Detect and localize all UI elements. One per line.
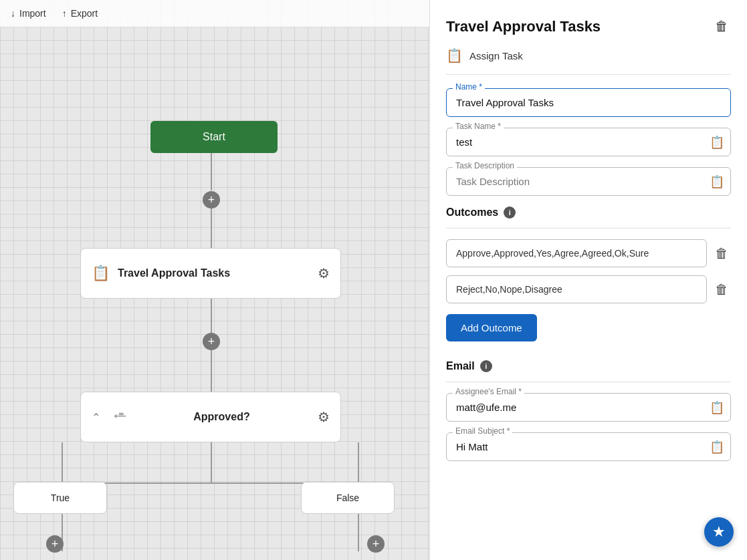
task-description-label: Task Description: [453, 161, 517, 170]
trash-icon-2: 🗑: [715, 282, 728, 297]
trash-icon: 🗑: [715, 19, 728, 33]
assignee-email-copy-icon[interactable]: 📋: [710, 400, 724, 415]
add-connector-1[interactable]: +: [203, 191, 220, 208]
delete-button[interactable]: 🗑: [712, 16, 731, 37]
canvas-panel: ↓ Import ↑ Export Start + 📋 Travel Appr: [0, 0, 429, 560]
outcomes-section-header: Outcomes i: [446, 206, 731, 219]
outcomes-title: Outcomes: [446, 206, 498, 219]
connector-line-3: [211, 299, 212, 333]
start-node-label: Start: [203, 131, 225, 143]
task-description-copy-icon[interactable]: 📋: [710, 174, 724, 189]
branch-false-label: False: [336, 493, 359, 503]
import-label: Import: [19, 8, 46, 19]
task-name-copy-icon[interactable]: 📋: [710, 135, 724, 150]
task-name-label: Task Name *: [453, 122, 504, 131]
task-node[interactable]: 📋 Travel Approval Tasks ⚙: [80, 248, 341, 299]
assignee-email-label: Assignee's Email *: [453, 387, 524, 396]
add-connector-left[interactable]: +: [46, 535, 64, 553]
task-description-input[interactable]: [446, 167, 731, 196]
export-button[interactable]: ↑ Export: [62, 8, 98, 19]
email-info-icon[interactable]: i: [480, 360, 492, 372]
connector-line-5: [211, 442, 212, 482]
trash-icon-1: 🗑: [715, 246, 728, 261]
outcome-input-1[interactable]: [446, 239, 707, 267]
task-name-input[interactable]: [446, 128, 731, 156]
connector-line-2: [211, 208, 212, 249]
outcome-input-2[interactable]: [446, 275, 707, 303]
export-icon: ↑: [62, 8, 67, 19]
outcome-row-1: 🗑: [446, 239, 731, 267]
branch-true-label: True: [51, 493, 70, 503]
start-node[interactable]: Start: [150, 121, 278, 153]
right-panel: Travel Approval Tasks 🗑 📋 Assign Task Na…: [429, 0, 747, 560]
decision-node[interactable]: ⌃ ⭀ Approved? ⚙: [80, 392, 341, 442]
add-outcome-button[interactable]: Add Outcome: [446, 314, 537, 341]
email-title: Email: [446, 360, 475, 372]
email-subject-input[interactable]: [446, 432, 731, 461]
add-connector-right[interactable]: +: [367, 535, 385, 553]
task-node-label: Travel Approval Tasks: [118, 267, 310, 279]
outcome-delete-2[interactable]: 🗑: [712, 279, 731, 300]
connector-line-1: [211, 153, 212, 190]
branch-true-line: [62, 442, 63, 484]
branch-false-line: [358, 442, 359, 484]
add-connector-2[interactable]: +: [203, 333, 220, 350]
collapse-icon[interactable]: ⌃: [92, 411, 100, 424]
connector-line-4: [211, 350, 212, 392]
task-name-field-group: Task Name * 📋: [446, 128, 731, 156]
name-input[interactable]: [446, 88, 731, 117]
email-section-header: Email i: [446, 360, 731, 372]
panel-title: Travel Approval Tasks: [446, 18, 601, 35]
export-label: Export: [71, 8, 98, 19]
branch-false-down-line: [358, 514, 359, 551]
decision-node-gear-icon[interactable]: ⚙: [318, 409, 330, 425]
name-label: Name *: [453, 82, 485, 92]
import-icon: ↓: [11, 8, 15, 19]
assign-task-label: Assign Task: [469, 50, 523, 61]
email-subject-label: Email Subject *: [453, 426, 512, 436]
branch-false-node[interactable]: False: [301, 482, 395, 514]
email-divider: [446, 382, 731, 382]
toolbar: ↓ Import ↑ Export: [0, 0, 429, 27]
name-field-group: Name *: [446, 88, 731, 117]
task-description-field-group: Task Description 📋: [446, 167, 731, 196]
assignee-email-input[interactable]: [446, 393, 731, 422]
outcomes-info-icon[interactable]: i: [504, 206, 516, 219]
import-button[interactable]: ↓ Import: [11, 8, 46, 19]
task-node-gear-icon[interactable]: ⚙: [318, 265, 330, 281]
outcome-row-2: 🗑: [446, 275, 731, 303]
add-outcome-label: Add Outcome: [461, 322, 522, 333]
assign-task-icon: 📋: [446, 47, 463, 63]
outcome-delete-1[interactable]: 🗑: [712, 243, 731, 264]
assign-task-row: 📋 Assign Task: [446, 47, 731, 75]
canvas-content: Start + 📋 Travel Approval Tasks ⚙ + ⌃ ⭀ …: [0, 27, 429, 555]
fab-star-icon: ★: [712, 523, 726, 541]
branch-true-node[interactable]: True: [13, 482, 107, 514]
panel-header: Travel Approval Tasks 🗑: [446, 16, 731, 37]
decision-node-label: Approved?: [134, 411, 310, 423]
task-node-icon: 📋: [92, 265, 110, 282]
outcomes-divider: [446, 228, 731, 229]
assignee-email-field-group: Assignee's Email * 📋: [446, 393, 731, 422]
fab-button[interactable]: ★: [704, 517, 734, 547]
email-subject-copy-icon[interactable]: 📋: [710, 440, 724, 454]
split-icon: ⭀: [114, 410, 126, 424]
email-subject-field-group: Email Subject * 📋: [446, 432, 731, 461]
